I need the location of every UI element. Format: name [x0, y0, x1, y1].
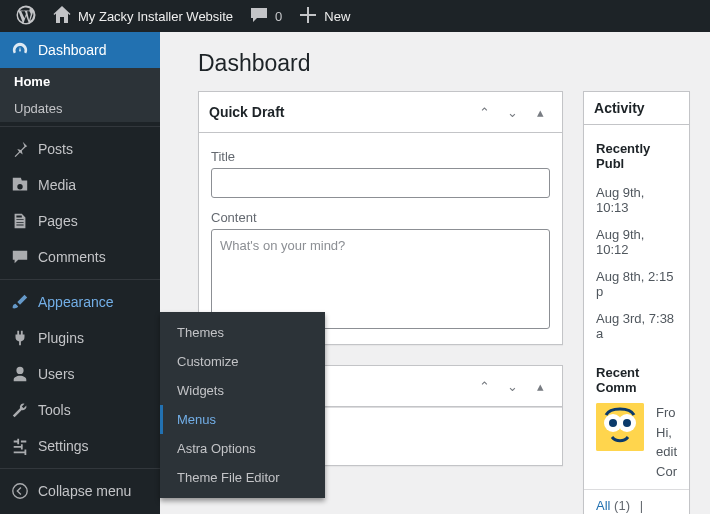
sidebar-label: Media: [38, 177, 76, 193]
media-icon: [10, 175, 30, 195]
flyout-item-astra-options[interactable]: Astra Options: [160, 434, 325, 463]
user-icon: [10, 364, 30, 384]
sidebar-separator: [0, 122, 160, 127]
recently-published-heading: Recently Publ: [596, 137, 677, 179]
comment-icon: [249, 5, 269, 28]
sidebar-label: Plugins: [38, 330, 84, 346]
wp-logo-menu[interactable]: [8, 0, 44, 32]
sidebar-label: Dashboard: [38, 42, 107, 58]
home-icon: [52, 5, 72, 28]
wordpress-icon: [16, 5, 36, 28]
admin-toolbar: My Zacky Installer Website 0 New: [0, 0, 710, 32]
toggle-box-button[interactable]: ▴: [528, 374, 552, 398]
sidebar-item-tools[interactable]: Tools: [0, 392, 160, 428]
move-down-button[interactable]: ⌄: [500, 100, 524, 124]
sidebar-label: Settings: [38, 438, 89, 454]
recent-comment-row[interactable]: Fro Hi, edit Cor: [596, 403, 677, 481]
site-home-link[interactable]: My Zacky Installer Website: [44, 0, 241, 32]
sidebar-item-home[interactable]: Home: [0, 68, 160, 95]
page-icon: [10, 211, 30, 231]
sidebar-separator: [0, 275, 160, 280]
svg-point-5: [623, 419, 631, 427]
admin-sidebar: Dashboard Home Updates Posts Media Pages…: [0, 32, 160, 514]
quick-draft-box: Quick Draft ⌃ ⌄ ▴ Title Content: [198, 91, 563, 345]
brush-icon: [10, 292, 30, 312]
move-up-button[interactable]: ⌃: [472, 100, 496, 124]
svg-point-0: [13, 484, 27, 498]
flyout-item-menus[interactable]: Menus: [160, 405, 325, 434]
collapse-label: Collapse menu: [38, 483, 131, 499]
sidebar-item-updates[interactable]: Updates: [0, 95, 160, 122]
wrench-icon: [10, 400, 30, 420]
draft-title-input[interactable]: [211, 168, 550, 198]
activity-row[interactable]: Aug 9th, 10:13: [596, 179, 677, 221]
activity-row[interactable]: Aug 8th, 2:15 p: [596, 263, 677, 305]
new-label: New: [324, 9, 350, 24]
sidebar-separator: [0, 464, 160, 469]
collapse-icon: [10, 481, 30, 501]
content-label: Content: [211, 210, 550, 225]
sidebar-item-pages[interactable]: Pages: [0, 203, 160, 239]
chevron-down-icon: ⌄: [507, 379, 518, 394]
move-down-button[interactable]: ⌄: [500, 374, 524, 398]
sidebar-item-posts[interactable]: Posts: [0, 131, 160, 167]
comments-icon: [10, 247, 30, 267]
caret-up-icon: ▴: [537, 105, 544, 120]
sidebar-label: Appearance: [38, 294, 114, 310]
chevron-up-icon: ⌃: [479, 105, 490, 120]
activity-row[interactable]: Aug 9th, 10:12: [596, 221, 677, 263]
flyout-item-theme-file-editor[interactable]: Theme File Editor: [160, 463, 325, 492]
page-title: Dashboard: [198, 50, 690, 77]
sidebar-item-dashboard[interactable]: Dashboard: [0, 32, 160, 68]
new-content-link[interactable]: New: [290, 0, 358, 32]
comments-link[interactable]: 0: [241, 0, 290, 32]
move-up-button[interactable]: ⌃: [472, 374, 496, 398]
activity-box: Activity Recently Publ Aug 9th, 10:13 Au…: [583, 91, 690, 514]
quick-draft-heading: Quick Draft: [209, 104, 284, 120]
avatar: [596, 403, 644, 451]
sidebar-item-settings[interactable]: Settings: [0, 428, 160, 464]
flyout-item-themes[interactable]: Themes: [160, 318, 325, 347]
pin-icon: [10, 139, 30, 159]
comment-excerpt: Fro Hi, edit Cor: [656, 403, 677, 481]
svg-point-3: [609, 419, 617, 427]
sidebar-item-appearance[interactable]: Appearance: [0, 284, 160, 320]
sidebar-item-media[interactable]: Media: [0, 167, 160, 203]
activity-row[interactable]: Aug 3rd, 7:38 a: [596, 305, 677, 347]
sidebar-item-comments[interactable]: Comments: [0, 239, 160, 275]
filter-all-link[interactable]: All (1): [596, 498, 630, 513]
toggle-box-button[interactable]: ▴: [528, 100, 552, 124]
sidebar-label: Posts: [38, 141, 73, 157]
caret-up-icon: ▴: [537, 379, 544, 394]
chevron-up-icon: ⌃: [479, 379, 490, 394]
sidebar-item-plugins[interactable]: Plugins: [0, 320, 160, 356]
appearance-flyout: Themes Customize Widgets Menus Astra Opt…: [160, 312, 325, 498]
sliders-icon: [10, 436, 30, 456]
recent-comments-heading: Recent Comm: [596, 361, 677, 403]
plug-icon: [10, 328, 30, 348]
flyout-item-customize[interactable]: Customize: [160, 347, 325, 376]
flyout-item-widgets[interactable]: Widgets: [160, 376, 325, 405]
chevron-down-icon: ⌄: [507, 105, 518, 120]
dashboard-submenu: Home Updates: [0, 68, 160, 122]
sidebar-label: Pages: [38, 213, 78, 229]
comment-filters: All (1) | Mine Trash (0): [584, 489, 689, 514]
comment-count: 0: [275, 9, 282, 24]
title-label: Title: [211, 149, 550, 164]
sidebar-item-users[interactable]: Users: [0, 356, 160, 392]
sidebar-label: Tools: [38, 402, 71, 418]
site-name: My Zacky Installer Website: [78, 9, 233, 24]
dashboard-icon: [10, 40, 30, 60]
collapse-menu-button[interactable]: Collapse menu: [0, 473, 160, 509]
sidebar-label: Users: [38, 366, 75, 382]
plus-icon: [298, 5, 318, 28]
sidebar-label: Comments: [38, 249, 106, 265]
activity-heading: Activity: [594, 100, 645, 116]
